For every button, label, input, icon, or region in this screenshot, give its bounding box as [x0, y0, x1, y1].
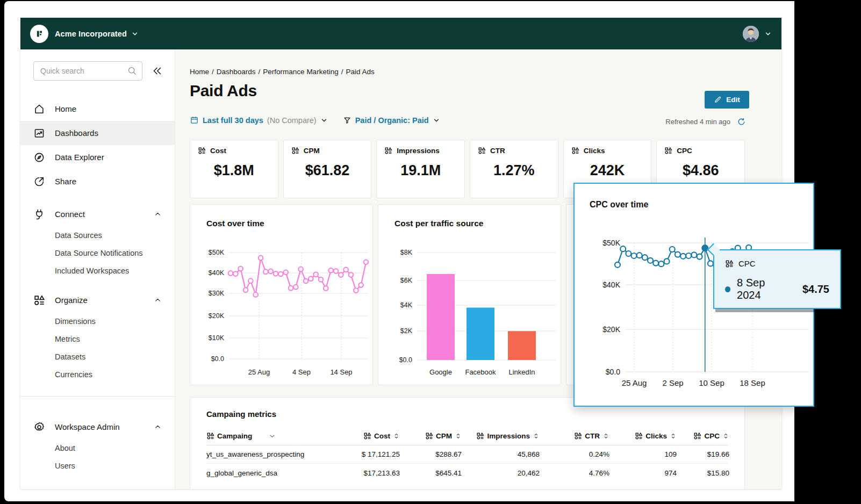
metric-shapes-icon: [425, 432, 433, 440]
sidebar-subitem-metrics[interactable]: Metrics: [20, 330, 175, 348]
chevron-down-icon: [433, 117, 440, 124]
sidebar-subitem-users[interactable]: Users: [20, 457, 175, 474]
sidebar-subitem-included-workspaces[interactable]: Included Workspaces: [20, 262, 175, 279]
column-label: Cost: [374, 432, 390, 440]
breadcrumb-separator: /: [256, 68, 263, 76]
breadcrumb-item[interactable]: Dashboards: [217, 68, 256, 76]
sidebar-nav: Home Dashboards Data Explorer Share Conn…: [20, 97, 175, 474]
refreshed-status: Refreshed 4 min ago: [665, 118, 730, 126]
svg-text:$0.0: $0.0: [606, 368, 620, 376]
breadcrumb-item[interactable]: Paid Ads: [346, 68, 374, 76]
home-icon: [33, 103, 45, 115]
top-bar: Acme Incorporated: [20, 18, 781, 49]
segment-filter[interactable]: Paid / Organic: Paid: [343, 116, 440, 125]
kpi-value: 1.27%: [478, 162, 550, 179]
column-label: CPC: [704, 432, 720, 440]
svg-text:25 Aug: 25 Aug: [622, 378, 647, 387]
column-header-ctr[interactable]: CTR: [540, 432, 609, 440]
sidebar-subitem-about[interactable]: About: [20, 439, 175, 457]
cell-value: $19.66: [677, 450, 729, 458]
user-avatar[interactable]: [743, 26, 759, 42]
kpi-label: Clicks: [584, 147, 605, 155]
sidebar-item-label: Dashboards: [55, 128, 162, 138]
sidebar-item-dashboards[interactable]: Dashboards: [20, 121, 175, 145]
sidebar-item-organize[interactable]: Organize: [20, 288, 175, 312]
column-label: Clicks: [645, 432, 667, 440]
table-title: Campaing metrics: [206, 409, 728, 419]
column-label: CTR: [585, 432, 600, 440]
gear-icon: [33, 421, 45, 433]
breadcrumb-item[interactable]: Performance Marketing: [263, 68, 338, 76]
svg-text:4 Sep: 4 Sep: [292, 368, 311, 376]
column-header-cpc[interactable]: CPC: [677, 432, 729, 440]
svg-text:10 Sep: 10 Sep: [699, 378, 724, 387]
cost-over-time-chart: $50K$40K$30K$20K$10K$0.025 Aug4 Sep14 Se…: [190, 205, 372, 385]
table-header-row: Campaing Cost CPM Impressions CTR Clicks…: [206, 427, 728, 445]
svg-text:$0.0: $0.0: [211, 355, 224, 363]
column-header-clicks[interactable]: Clicks: [609, 432, 677, 440]
table-row[interactable]: yt_us_awareness_prospecting$ 17,121.25$2…: [206, 445, 728, 464]
svg-text:$50K: $50K: [602, 239, 620, 247]
metric-shapes-icon: [198, 147, 206, 155]
metric-shapes-icon: [574, 432, 582, 440]
kpi-card-impressions: Impressions 19.1M: [376, 140, 465, 198]
compass-icon: [33, 152, 45, 163]
series-dot: [725, 286, 730, 292]
edit-button[interactable]: Edit: [705, 91, 749, 109]
column-header-cpm[interactable]: CPM: [400, 432, 462, 440]
column-header-campaing[interactable]: Campaing: [206, 432, 335, 440]
cell-value: 4.76%: [540, 469, 609, 477]
dashboards-icon: [33, 127, 45, 139]
chevron-down-icon[interactable]: [764, 30, 772, 38]
cell-value: $17,213.63: [335, 469, 400, 477]
sort-icon: [602, 433, 609, 440]
sidebar-item-share[interactable]: Share: [20, 169, 175, 193]
funnel-logo-icon: [30, 25, 48, 43]
double-chevron-left-icon[interactable]: [150, 64, 164, 78]
svg-text:$30K: $30K: [209, 290, 225, 297]
svg-text:LinkedIn: LinkedIn: [508, 368, 535, 376]
sidebar-item-home[interactable]: Home: [20, 97, 175, 121]
org-switcher-label[interactable]: Acme Incorporated: [55, 30, 127, 38]
kpi-label: Cost: [210, 147, 226, 155]
cell-value: 109: [609, 450, 677, 458]
sort-icon: [393, 433, 400, 440]
breadcrumb-item[interactable]: Home: [190, 68, 209, 76]
svg-text:$2K: $2K: [400, 327, 413, 335]
sidebar-item-connect[interactable]: Connect: [20, 202, 175, 226]
metric-shapes-icon: [291, 147, 299, 155]
kpi-value: $4.86: [664, 162, 737, 179]
cell-value: 45,868: [462, 450, 540, 458]
date-range-filter[interactable]: Last full 30 days (No Compare): [190, 116, 328, 125]
svg-text:$0.0: $0.0: [399, 356, 412, 364]
sidebar-item-label: Connect: [55, 210, 144, 219]
share-icon: [33, 176, 45, 188]
metric-shapes-icon: [206, 432, 214, 440]
refresh-icon[interactable]: [737, 117, 746, 126]
chevron-down-icon: [320, 117, 328, 124]
sidebar-item-workspace-admin[interactable]: Workspace Admin: [20, 415, 175, 439]
breadcrumb: Home/Dashboards/Performance Marketing/Pa…: [190, 68, 375, 76]
pencil-icon: [714, 96, 722, 104]
sidebar-subitem-dimensions[interactable]: Dimensions: [20, 312, 175, 330]
column-header-cost[interactable]: Cost: [335, 432, 400, 440]
sidebar-subitem-currencies[interactable]: Currencies: [20, 365, 175, 383]
column-header-impressions[interactable]: Impressions: [462, 432, 540, 440]
search-input[interactable]: [33, 61, 142, 81]
sidebar-subitem-data-sources[interactable]: Data Sources: [20, 226, 175, 244]
svg-text:Google: Google: [429, 368, 452, 376]
table-row[interactable]: g_global_generic_dsa$17,213.63$645.4120,…: [206, 464, 728, 482]
kpi-label: CTR: [490, 147, 505, 155]
cell-value: 0.24%: [540, 450, 609, 458]
sidebar-subitem-datasets[interactable]: Datasets: [20, 348, 175, 365]
column-label: Impressions: [487, 432, 530, 440]
sidebar-subitem-data-source-notifications[interactable]: Data Source Notifications: [20, 244, 175, 262]
svg-text:25 Aug: 25 Aug: [248, 368, 270, 376]
svg-text:$6K: $6K: [400, 277, 413, 284]
column-label: Campaing: [217, 432, 252, 440]
kpi-value: 242K: [571, 162, 644, 179]
sidebar-item-data-explorer[interactable]: Data Explorer: [20, 145, 175, 169]
cell-value: 20,462: [462, 469, 540, 477]
chevron-down-icon[interactable]: [131, 30, 139, 38]
cell-campaign-name: yt_us_awareness_prospecting: [206, 450, 335, 458]
